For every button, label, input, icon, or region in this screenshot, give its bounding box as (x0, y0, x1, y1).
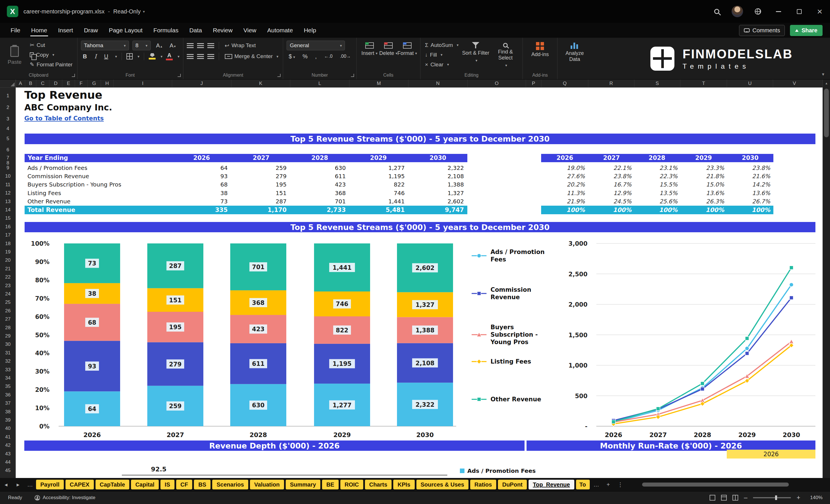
autosum-button[interactable]: ΣAutoSum▾ (424, 41, 459, 50)
total-value-cell[interactable]: 5,481 (353, 206, 405, 214)
row-header-42[interactable]: 42 (0, 442, 16, 448)
revenue-value-cell[interactable]: 195 (235, 181, 287, 189)
copy-button[interactable]: Copy▾ (29, 50, 74, 59)
revenue-pct-cell[interactable]: 15.5% (635, 181, 677, 189)
row-header-38[interactable]: 38 (0, 409, 16, 415)
page-break-view-icon[interactable] (732, 495, 738, 501)
revenue-pct-cell[interactable]: 20.2% (542, 181, 585, 189)
column-header-H[interactable]: H (101, 80, 113, 88)
column-header-K[interactable]: K (231, 80, 290, 88)
vertical-scrollbar[interactable]: ▴ (823, 80, 830, 478)
total-pct-cell[interactable]: 100% (635, 206, 677, 214)
column-header-P[interactable]: P (526, 80, 541, 88)
revenue-value-cell[interactable]: 68 (176, 181, 228, 189)
row-header-16[interactable]: 16 (0, 224, 16, 230)
page-layout-view-icon[interactable] (721, 495, 727, 501)
column-header-A[interactable]: A (16, 80, 25, 88)
sheet-tab-Summary[interactable]: Summary (286, 480, 320, 490)
addins-button[interactable]: Add-ins (526, 40, 554, 58)
revenue-pct-cell[interactable]: 23.8% (727, 164, 770, 172)
menu-review[interactable]: Review (208, 23, 238, 38)
row-header-5[interactable]: 5 (0, 135, 16, 142)
menu-home[interactable]: Home (26, 23, 53, 38)
revenue-row[interactable]: Other Revenue732877011,4412,60221.9%24.5… (16, 197, 823, 206)
column-header-O[interactable]: O (467, 80, 526, 88)
tabs-overflow-button[interactable]: … (590, 481, 602, 488)
row-header-24[interactable]: 24 (0, 291, 16, 297)
revenue-row[interactable]: Ads / Promotion Fees642596301,2772,32219… (16, 164, 823, 172)
revenue-value-cell[interactable]: 1,441 (353, 197, 405, 206)
row-header-23[interactable]: 23 (0, 283, 16, 289)
zoom-level[interactable]: 140% (806, 495, 823, 501)
maximize-button[interactable] (789, 0, 809, 23)
revenue-value-cell[interactable]: 38 (176, 189, 228, 197)
menu-data[interactable]: Data (184, 23, 208, 38)
select-all-corner[interactable] (0, 80, 16, 88)
revenue-pct-cell[interactable]: 23.1% (635, 164, 677, 172)
sheet-tab-Charts[interactable]: Charts (365, 480, 391, 490)
revenue-value-cell[interactable]: 287 (235, 197, 287, 206)
revenue-pct-cell[interactable]: 11.3% (542, 189, 585, 197)
row-header-40[interactable]: 40 (0, 426, 16, 432)
menu-view[interactable]: View (238, 23, 262, 38)
revenue-value-cell[interactable]: 2,322 (412, 164, 464, 172)
row-header-44[interactable]: 44 (0, 459, 16, 465)
row-header-11[interactable]: 11 (0, 182, 16, 188)
sheet-cells[interactable]: Top Revenue ABC Company Inc. Go to Table… (16, 88, 823, 478)
menu-file[interactable]: File (5, 23, 26, 38)
revenue-pct-cell[interactable]: 21.8% (681, 172, 724, 181)
network-button[interactable] (747, 0, 768, 23)
row-header-15[interactable]: 15 (0, 215, 16, 221)
row-header-20[interactable]: 20 (0, 257, 16, 263)
sheet-tab-Capital[interactable]: Capital (131, 480, 159, 490)
revenue-value-cell[interactable]: 611 (294, 172, 346, 181)
column-header-J[interactable]: J (172, 80, 231, 88)
menu-insert[interactable]: Insert (53, 23, 78, 38)
clear-button[interactable]: ×Clear▾ (424, 60, 459, 69)
close-button[interactable]: × (809, 0, 830, 23)
underline-button[interactable]: U (102, 53, 110, 60)
revenue-pct-cell[interactable]: 21.6% (727, 172, 770, 181)
paste-button[interactable]: Paste (3, 40, 26, 71)
row-header-2[interactable]: 2 (0, 104, 16, 111)
row-header-39[interactable]: 39 (0, 417, 16, 423)
fill-button[interactable]: ↓Fill▾ (424, 50, 459, 59)
row-header-14[interactable]: 14 (0, 207, 16, 213)
font-size-select[interactable]: 8▾ (132, 41, 151, 50)
readonly-badge[interactable]: Read-Only▾ (113, 8, 145, 15)
percent-style-button[interactable]: % (300, 53, 310, 60)
revenue-value-cell[interactable]: 1,327 (412, 189, 464, 197)
ribbon-collapse-icon[interactable]: ▾ (822, 71, 824, 77)
tabs-scroll-left-button[interactable]: ◂ (0, 481, 12, 488)
line-chart[interactable]: 3,0002,5002,0001,5001,000500-20262027202… (559, 241, 820, 441)
revenue-pct-cell[interactable]: 15.0% (681, 181, 724, 189)
bold-button[interactable]: B (81, 53, 89, 60)
revenue-value-cell[interactable]: 1,388 (412, 181, 464, 189)
total-value-cell[interactable]: 2,733 (294, 206, 346, 214)
minimize-button[interactable] (768, 0, 789, 23)
column-header-R[interactable]: R (588, 80, 634, 88)
row-header-13[interactable]: 13 (0, 198, 16, 205)
row-header-37[interactable]: 37 (0, 400, 16, 406)
alignment-dialog-launcher[interactable] (278, 74, 281, 77)
tabs-scroll-right-button[interactable]: ▸ (12, 481, 24, 488)
accessibility-status[interactable]: Accessibility: Investigate (35, 495, 95, 501)
revenue-row[interactable]: Commission Revenue932796111,1952,10827.6… (16, 172, 823, 181)
sheet-tab-Valuation[interactable]: Valuation (250, 480, 284, 490)
align-center-icon[interactable] (197, 54, 204, 59)
revenue-pct-cell[interactable]: 23.8% (588, 172, 632, 181)
sheet-tab-Scenarios[interactable]: Scenarios (212, 480, 248, 490)
insert-cells-button[interactable]: Insert▾ (360, 40, 379, 71)
sheet-tab-CapTable[interactable]: CapTable (96, 480, 130, 490)
total-revenue-row[interactable]: Total Revenue3351,1702,7335,4819,747100%… (16, 206, 823, 214)
font-name-select[interactable]: Tahoma▾ (81, 41, 129, 50)
comma-style-button[interactable]: , (313, 53, 319, 60)
font-dialog-launcher[interactable] (178, 74, 181, 77)
revenue-value-cell[interactable]: 2,108 (412, 172, 464, 181)
column-header-N[interactable]: N (408, 80, 467, 88)
revenue-value-cell[interactable]: 151 (235, 189, 287, 197)
new-sheet-button[interactable]: + (602, 481, 614, 488)
total-value-cell[interactable]: 9,747 (412, 206, 464, 214)
revenue-pct-cell[interactable]: 13.6% (727, 189, 770, 197)
column-header-B[interactable]: B (25, 80, 36, 88)
